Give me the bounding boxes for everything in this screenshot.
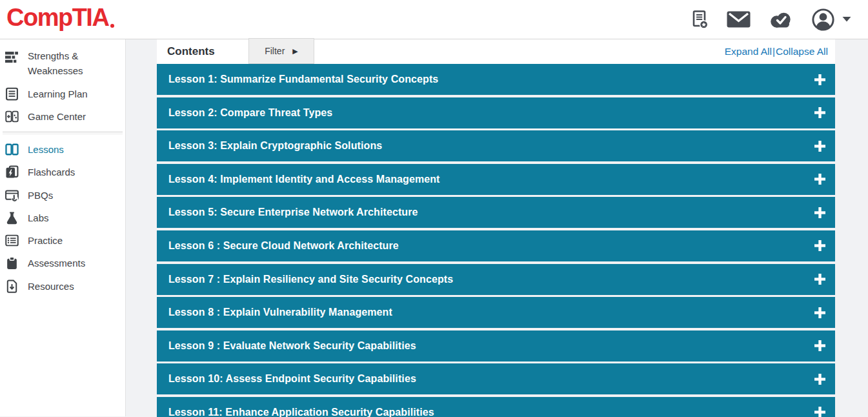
lesson-accordion-row[interactable]: Lesson 1: Summarize Fundamental Security… — [157, 64, 835, 95]
registered-mark — [110, 24, 114, 28]
sidebar-item-pbqs[interactable]: PBQs — [3, 184, 125, 207]
game-center-icon — [5, 110, 19, 123]
lesson-accordion-row[interactable]: Lesson 6 : Secure Cloud Network Architec… — [157, 230, 835, 261]
lesson-accordion-row[interactable]: Lesson 8 : Explain Vulnerability Managem… — [157, 297, 835, 328]
lessons-icon — [5, 143, 19, 156]
strengths-icon — [5, 50, 19, 64]
sidebar-item-resources[interactable]: Resources — [3, 275, 125, 298]
lesson-accordion-row[interactable]: Lesson 3: Explain Cryptographic Solution… — [157, 130, 835, 161]
mail-icon[interactable] — [727, 10, 751, 28]
content-header: Contents Filter ▶ Expand All|Collapse Al… — [157, 39, 835, 64]
sidebar-item-label: Lessons — [28, 142, 64, 157]
sidebar-item-label: Flashcards — [28, 165, 75, 179]
sidebar-item-game-center[interactable]: Game Center — [3, 105, 125, 128]
assessments-icon — [5, 256, 19, 270]
expand-plus-icon[interactable] — [814, 141, 825, 152]
lesson-accordion-row[interactable]: Lesson 2: Compare Threat Types — [157, 97, 835, 128]
lesson-accordion-row[interactable]: Lesson 9 : Evaluate Network Security Cap… — [157, 331, 835, 361]
sidebar-item-flashcards[interactable]: Flashcards — [3, 161, 125, 183]
sidebar-divider — [3, 132, 123, 134]
account-icon[interactable] — [811, 8, 835, 32]
main-content: Contents Filter ▶ Expand All|Collapse Al… — [157, 39, 835, 416]
sidebar-item-label: Practice — [28, 233, 63, 248]
lesson-title: Lesson 11: Enhance Application Security … — [168, 407, 814, 417]
comptia-logo: CompTIA — [6, 5, 115, 30]
lesson-title: Lesson 1: Summarize Fundamental Security… — [168, 74, 814, 85]
flashcards-icon — [5, 165, 19, 179]
resources-icon — [5, 280, 19, 293]
sidebar-item-label: Learning Plan — [28, 86, 88, 101]
filter-caret-icon: ▶ — [292, 47, 298, 56]
dropdown-caret-icon[interactable] — [842, 17, 851, 22]
sidebar-item-learning-plan[interactable]: Learning Plan — [3, 83, 125, 105]
sidebar-item-label: PBQs — [28, 188, 53, 203]
lesson-title: Lesson 5: Secure Enterprise Network Arch… — [168, 207, 814, 218]
expand-plus-icon[interactable] — [814, 74, 825, 85]
cloud-check-icon[interactable] — [768, 10, 794, 29]
expand-plus-icon[interactable] — [814, 374, 825, 385]
labs-icon — [5, 211, 19, 225]
sidebar-item-label: Strengths & Weaknesses — [28, 48, 123, 79]
lesson-title: Lesson 4: Implement Identity and Access … — [168, 174, 814, 185]
expand-plus-icon[interactable] — [814, 207, 825, 218]
lessons-accordion: Lesson 1: Summarize Fundamental Security… — [157, 64, 835, 417]
expand-plus-icon[interactable] — [814, 107, 825, 118]
collapse-all-link[interactable]: Collapse All — [776, 46, 828, 57]
expand-plus-icon[interactable] — [814, 307, 825, 318]
lesson-accordion-row[interactable]: Lesson 7 : Explain Resiliency and Site S… — [157, 264, 835, 295]
lesson-accordion-row[interactable]: Lesson 11: Enhance Application Security … — [157, 397, 835, 417]
lesson-accordion-row[interactable]: Lesson 4: Implement Identity and Access … — [157, 164, 835, 195]
sidebar-item-practice[interactable]: Practice — [3, 229, 125, 252]
page-body: Strengths & Weaknesses Learning Plan — [0, 39, 868, 416]
filter-label: Filter — [265, 46, 285, 56]
expand-collapse-links: Expand All|Collapse All — [725, 46, 828, 57]
sidebar-item-lessons[interactable]: Lessons — [3, 138, 125, 161]
logo-text: CompTIA — [6, 4, 108, 31]
top-header: CompTIA — [0, 0, 868, 39]
sidebar-item-labs[interactable]: Labs — [3, 207, 125, 229]
report-icon[interactable] — [691, 10, 709, 29]
sidebar-gutter — [126, 39, 157, 416]
lesson-title: Lesson 3: Explain Cryptographic Solution… — [168, 140, 814, 152]
sidebar-item-strengths-weaknesses[interactable]: Strengths & Weaknesses — [3, 45, 125, 83]
expand-plus-icon[interactable] — [814, 274, 825, 285]
lesson-title: Lesson 10: Assess Endpoint Security Capa… — [168, 373, 814, 385]
pbqs-icon — [5, 188, 19, 202]
expand-all-link[interactable]: Expand All — [725, 46, 772, 57]
lesson-accordion-row[interactable]: Lesson 5: Secure Enterprise Network Arch… — [157, 197, 835, 228]
sidebar-item-label: Resources — [28, 279, 74, 294]
practice-icon — [5, 234, 19, 247]
topbar-icon-group — [691, 8, 851, 32]
lesson-title: Lesson 2: Compare Threat Types — [168, 107, 814, 119]
expand-plus-icon[interactable] — [814, 240, 825, 251]
sidebar-item-label: Labs — [28, 210, 49, 225]
link-separator: | — [772, 46, 775, 57]
sidebar-item-assessments[interactable]: Assessments — [3, 252, 125, 274]
sidebar: Strengths & Weaknesses Learning Plan — [0, 39, 126, 416]
lesson-accordion-row[interactable]: Lesson 10: Assess Endpoint Security Capa… — [157, 363, 835, 394]
sidebar-item-label: Assessments — [28, 256, 85, 270]
learning-plan-icon — [5, 87, 19, 101]
lesson-title: Lesson 7 : Explain Resiliency and Site S… — [168, 274, 814, 285]
expand-plus-icon[interactable] — [814, 340, 825, 351]
filter-button[interactable]: Filter ▶ — [248, 38, 314, 64]
expand-plus-icon[interactable] — [814, 174, 825, 185]
lesson-title: Lesson 9 : Evaluate Network Security Cap… — [168, 340, 814, 352]
page-title: Contents — [167, 45, 215, 58]
lesson-title: Lesson 8 : Explain Vulnerability Managem… — [168, 307, 814, 318]
expand-plus-icon[interactable] — [814, 407, 825, 417]
sidebar-item-label: Game Center — [28, 109, 86, 124]
lesson-title: Lesson 6 : Secure Cloud Network Architec… — [168, 240, 814, 252]
